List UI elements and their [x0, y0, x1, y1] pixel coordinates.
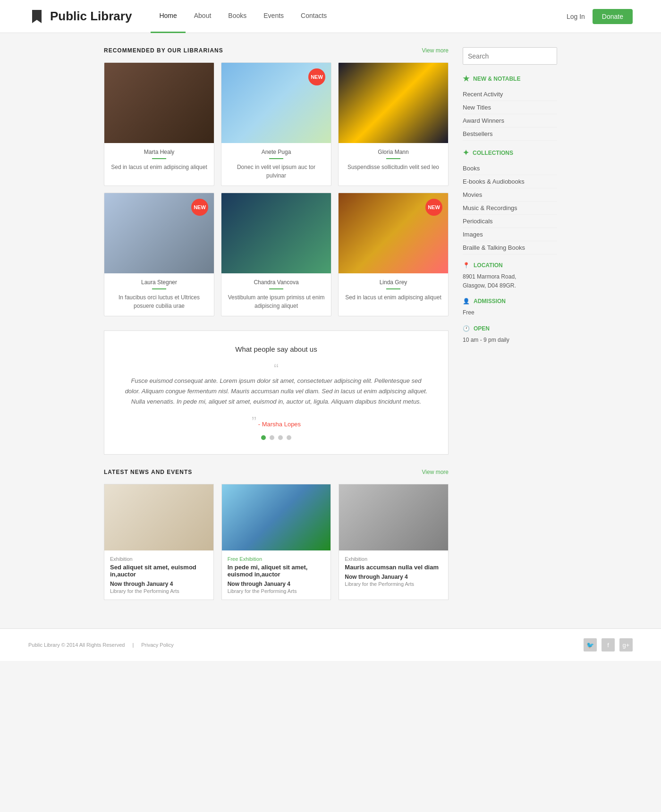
footer-social: 🐦 f g+ [584, 638, 633, 651]
book-desc-4: In faucibus orci luctus et Ultrices posu… [110, 293, 208, 310]
footer: Public Library © 2014 All Rights Reserve… [0, 628, 661, 661]
bookmark-icon [28, 8, 45, 25]
logo[interactable]: Public Library [28, 8, 132, 25]
book-info-2: Anete Puga Donec in velit vel ipsum auc … [221, 143, 331, 186]
nav-events[interactable]: Events [255, 0, 292, 33]
news-date-3: Now through January 4 [345, 574, 442, 580]
collections-title: ✦ COLLECTIONS [463, 148, 557, 157]
sidebar-link-recent-activity[interactable]: Recent Activity [463, 88, 557, 101]
book-desc-1: Sed in lacus ut enim adipiscing aliquet [110, 163, 208, 171]
testimonials: What people say about us “ Fusce euismod… [104, 330, 449, 455]
nav-contacts[interactable]: Contacts [292, 0, 335, 33]
search-box[interactable]: 🔍 [463, 47, 557, 65]
logo-text: Public Library [50, 9, 132, 24]
news-image-1 [104, 484, 213, 550]
sidebar-link-bestsellers[interactable]: Bestsellers [463, 127, 557, 141]
book-image-3 [339, 63, 448, 143]
new-notable-title: ★ NEW & NOTABLE [463, 74, 557, 83]
sidebar-link-periodicals[interactable]: Periodicals [463, 215, 557, 228]
main-nav: Home About Books Events Contacts [151, 0, 567, 33]
view-more-link[interactable]: View more [422, 47, 449, 54]
dot-2[interactable] [270, 435, 274, 440]
author-divider-6 [386, 288, 400, 289]
sidebar-link-new-titles[interactable]: New Titles [463, 101, 557, 114]
location-section: 📍 LOCATION 8901 Marmora Road, Glasgow, D… [463, 262, 557, 290]
open-quote-icon: “ [274, 361, 279, 376]
nav-home[interactable]: Home [151, 0, 185, 33]
nav-books[interactable]: Books [220, 0, 255, 33]
sidebar-link-braille[interactable]: Braille & Talking Books [463, 241, 557, 254]
author-divider-3 [386, 158, 400, 159]
book-card-1[interactable]: Marta Healy Sed in lacus ut enim adipisc… [104, 62, 214, 186]
book-card-4[interactable]: NEW Laura Stegner In faucibus orci luctu… [104, 193, 214, 316]
sidebar-link-music[interactable]: Music & Recordings [463, 202, 557, 215]
footer-left: Public Library © 2014 All Rights Reserve… [28, 642, 174, 648]
book-desc-3: Suspendisse sollicitudin velit sed leo [344, 163, 442, 171]
location-title: 📍 LOCATION [463, 262, 557, 269]
news-venue-3: Library for the Performing Arts [345, 581, 442, 587]
close-quote-icon: ” [252, 414, 256, 429]
news-venue-2: Library for the Performing Arts [228, 588, 325, 594]
new-notable-section: ★ NEW & NOTABLE Recent Activity New Titl… [463, 74, 557, 141]
new-badge-4: NEW [191, 199, 208, 216]
book-card-2[interactable]: NEW Anete Puga Donec in velit vel ipsum … [221, 62, 331, 186]
clock-icon: 🕐 [463, 325, 470, 332]
sidebar-link-award-winners[interactable]: Award Winners [463, 114, 557, 127]
new-badge-2: NEW [308, 68, 325, 85]
sidebar-link-images[interactable]: Images [463, 228, 557, 241]
news-info-3: Exhibition Mauris accumsan nulla vel dia… [339, 550, 448, 592]
news-card-3[interactable]: Exhibition Mauris accumsan nulla vel dia… [339, 484, 449, 600]
login-button[interactable]: Log In [567, 13, 585, 20]
book-card-6[interactable]: NEW Linda Grey Sed in lacus ut enim adip… [338, 193, 449, 316]
sidebar-link-ebooks[interactable]: E-books & Audiobooks [463, 175, 557, 188]
book-author-5: Chandra Vancova [227, 279, 325, 286]
book-author-4: Laura Stegner [110, 279, 208, 286]
recommended-header: RECOMMENDED BY OUR LIBRARIANS View more [104, 47, 449, 54]
author-divider-1 [152, 158, 166, 159]
donate-button[interactable]: Donate [593, 9, 633, 24]
testimonials-title: What people say about us [123, 345, 429, 353]
news-info-2: Free Exhibition In pede mi, aliquet sit … [222, 550, 331, 600]
testimonial-text: Fusce euismod consequat ante. Lorem ipsu… [123, 376, 429, 407]
twitter-icon[interactable]: 🐦 [584, 638, 597, 651]
author-divider-5 [269, 288, 283, 289]
book-author-6: Linda Grey [344, 279, 442, 286]
privacy-policy-link[interactable]: Privacy Policy [141, 642, 173, 648]
search-input[interactable] [463, 49, 555, 64]
book-card-5[interactable]: Chandra Vancova Vestibulum ante ipsum pr… [221, 193, 331, 316]
news-grid: Exhibition Sed aliquet sit amet, euismod… [104, 484, 449, 600]
news-date-2: Now through January 4 [228, 581, 325, 587]
news-image-3 [339, 484, 448, 550]
googleplus-icon[interactable]: g+ [619, 638, 633, 651]
location-address: 8901 Marmora Road, Glasgow, D04 89GR. [463, 272, 557, 290]
book-author-2: Anete Puga [227, 149, 325, 155]
sidebar-link-books[interactable]: Books [463, 162, 557, 175]
open-section: 🕐 OPEN 10 am - 9 pm daily [463, 325, 557, 345]
book-grid: Marta Healy Sed in lacus ut enim adipisc… [104, 62, 449, 316]
book-image-5 [221, 193, 331, 273]
facebook-icon[interactable]: f [602, 638, 615, 651]
news-card-1[interactable]: Exhibition Sed aliquet sit amet, euismod… [104, 484, 214, 600]
book-desc-2: Donec in velit vel ipsum auc tor pulvina… [227, 163, 325, 180]
news-date-1: Now through January 4 [110, 581, 208, 587]
admission-section: 👤 ADMISSION Free [463, 298, 557, 317]
news-title: LATEST NEWS AND EVENTS [104, 469, 192, 475]
content-area: RECOMMENDED BY OUR LIBRARIANS View more … [104, 47, 449, 614]
news-card-2[interactable]: Free Exhibition In pede mi, aliquet sit … [221, 484, 331, 600]
book-info-6: Linda Grey Sed in lacus ut enim adipisci… [339, 273, 448, 307]
copyright-text: Public Library © 2014 All Rights Reserve… [28, 642, 125, 648]
book-card-3[interactable]: Gloria Mann Suspendisse sollicitudin vel… [338, 62, 449, 186]
dot-4[interactable] [287, 435, 291, 440]
dot-3[interactable] [278, 435, 283, 440]
dot-1[interactable] [261, 435, 266, 440]
nav-about[interactable]: About [186, 0, 220, 33]
recommended-title: RECOMMENDED BY OUR LIBRARIANS [104, 47, 223, 54]
search-button[interactable]: 🔍 [555, 48, 557, 64]
news-title-1: Sed aliquet sit amet, euismod in,auctor [110, 564, 208, 578]
admission-title: 👤 ADMISSION [463, 298, 557, 304]
sidebar-link-movies[interactable]: Movies [463, 188, 557, 202]
book-author-1: Marta Healy [110, 149, 208, 155]
news-view-more-link[interactable]: View more [422, 469, 449, 475]
news-section: LATEST NEWS AND EVENTS View more Exhibit… [104, 469, 449, 600]
star-icon: ★ [463, 74, 469, 83]
